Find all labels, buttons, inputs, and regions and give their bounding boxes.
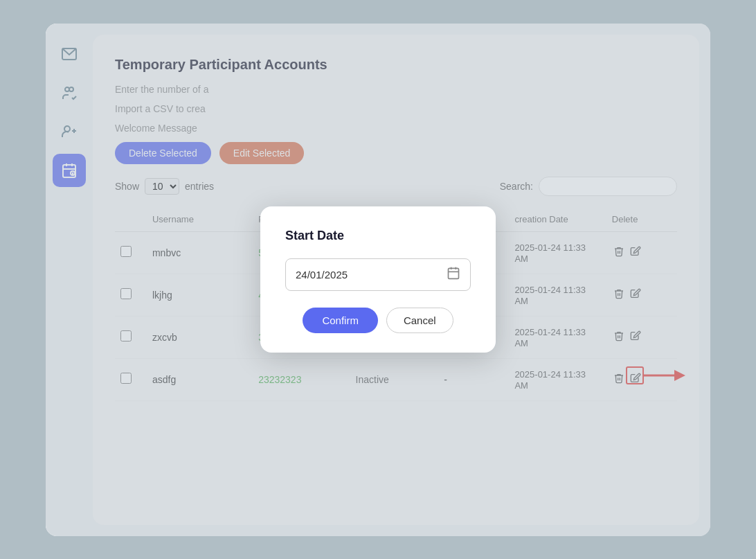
- modal-actions: Confirm Cancel: [285, 308, 471, 333]
- date-input[interactable]: [296, 269, 447, 281]
- modal-overlay: Start Date Confirm Cancel: [46, 24, 710, 536]
- calendar-icon[interactable]: [447, 266, 460, 283]
- svg-rect-13: [449, 268, 459, 278]
- cancel-button[interactable]: Cancel: [386, 308, 453, 333]
- main-wrapper: Temporary Participant Accounts Enter the…: [46, 24, 710, 536]
- date-input-wrapper: [285, 258, 471, 291]
- modal-box: Start Date Confirm Cancel: [260, 206, 496, 353]
- modal-title: Start Date: [285, 229, 471, 243]
- confirm-button[interactable]: Confirm: [303, 308, 378, 333]
